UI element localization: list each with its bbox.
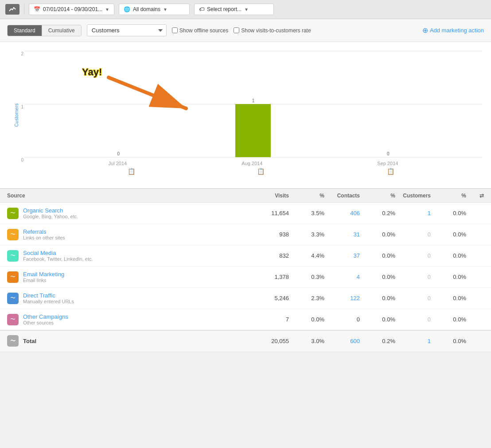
visits-pct-1: 3.3% bbox=[289, 231, 324, 238]
contacts-pct-5: 0.0% bbox=[360, 316, 395, 323]
grid-label-2: 2 bbox=[11, 51, 23, 56]
visits-5: 7 bbox=[131, 316, 289, 323]
source-cell-5: 〜 Other Campaigns Other sources bbox=[7, 313, 131, 325]
bar-rect-aug[interactable] bbox=[235, 104, 271, 157]
source-cell-3: 〜 Email Marketing Email links bbox=[7, 271, 131, 283]
visits-2: 832 bbox=[131, 252, 289, 259]
contacts-1[interactable]: 31 bbox=[324, 231, 360, 238]
table-row: 〜 Organic Search Google, Bing, Yahoo, et… bbox=[0, 203, 491, 224]
bar-label-aug: 1 bbox=[252, 98, 255, 103]
source-icon-1: 〜 bbox=[7, 229, 19, 240]
source-cell-2: 〜 Social Media Facebook, Twitter, Linked… bbox=[7, 250, 131, 262]
source-desc-4: Manually entered URLs bbox=[23, 299, 74, 304]
offline-sources-checkbox[interactable]: Show offline sources bbox=[172, 27, 229, 34]
source-name-5[interactable]: Other Campaigns bbox=[23, 313, 68, 320]
total-customers-pct: 0.0% bbox=[431, 338, 466, 344]
customers-2: 0 bbox=[395, 252, 431, 259]
visits-rate-input[interactable] bbox=[234, 27, 239, 33]
contacts-0[interactable]: 406 bbox=[324, 210, 360, 216]
source-info-2: Social Media Facebook, Twitter, LinkedIn… bbox=[23, 250, 93, 262]
source-info-1: Referrals Links on other sites bbox=[23, 228, 65, 240]
source-desc-5: Other sources bbox=[23, 320, 68, 325]
visits-0: 11,654 bbox=[131, 210, 289, 216]
total-contacts[interactable]: 600 bbox=[324, 338, 360, 344]
contacts-pct-4: 0.0% bbox=[360, 295, 395, 301]
domain-selector[interactable]: 🌐 All domains ▼ bbox=[119, 4, 190, 15]
add-action-label: Add marketing action bbox=[430, 27, 484, 34]
chevron-down-icon: ▼ bbox=[105, 7, 109, 12]
customers-3: 0 bbox=[395, 274, 431, 280]
chart-bars: 0 1 0 bbox=[24, 51, 482, 157]
source-name-0[interactable]: Organic Search bbox=[23, 207, 78, 214]
source-desc-2: Facebook, Twitter, LinkedIn, etc. bbox=[23, 256, 93, 262]
x-label-sep: Sep 2014 bbox=[377, 161, 398, 166]
visits-pct-3: 0.3% bbox=[289, 274, 324, 280]
x-label-jul: Jul 2014 bbox=[109, 161, 127, 166]
table-row: 〜 Email Marketing Email links 1,378 0.3%… bbox=[0, 266, 491, 288]
bar-aug: 1 bbox=[235, 98, 271, 157]
contacts-pct-1: 0.0% bbox=[360, 231, 395, 238]
customers-5: 0 bbox=[395, 316, 431, 323]
calendar-icon-aug[interactable]: 📋 bbox=[257, 168, 265, 175]
visits-4: 5,246 bbox=[131, 295, 289, 301]
customers-0[interactable]: 1 bbox=[395, 210, 431, 216]
tag-icon: 🏷 bbox=[199, 6, 204, 12]
calendar-icon-jul[interactable]: 📋 bbox=[128, 168, 135, 175]
total-customers[interactable]: 1 bbox=[395, 338, 431, 344]
source-cell-0: 〜 Organic Search Google, Bing, Yahoo, et… bbox=[7, 207, 131, 219]
source-name-2[interactable]: Social Media bbox=[23, 250, 93, 256]
customers-pct-1: 0.0% bbox=[431, 231, 466, 238]
date-range-picker[interactable]: 📅 07/01/2014 - 09/30/201... ▼ bbox=[29, 4, 114, 15]
source-info-3: Email Marketing Email links bbox=[23, 271, 64, 283]
th-visits[interactable]: Visits bbox=[131, 193, 289, 199]
visits-pct-5: 0.0% bbox=[289, 316, 324, 323]
source-name-4[interactable]: Direct Traffic bbox=[23, 292, 74, 299]
visits-rate-checkbox[interactable]: Show visits-to-customers rate bbox=[234, 27, 311, 34]
contacts-2[interactable]: 37 bbox=[324, 252, 360, 259]
source-name-1[interactable]: Referrals bbox=[23, 228, 65, 235]
report-selector[interactable]: 🏷 Select report... ▼ bbox=[194, 4, 274, 15]
chart-area: Customers 2 1 0 0 bbox=[0, 42, 491, 188]
data-table: Source Visits % Contacts % Customers % ⇄… bbox=[0, 188, 491, 351]
customers-4: 0 bbox=[395, 295, 431, 301]
th-sort[interactable]: ⇄ bbox=[466, 193, 484, 199]
controls-bar: Standard Cumulative Customers Show offli… bbox=[0, 19, 491, 42]
total-visits: 20,055 bbox=[131, 338, 289, 344]
calendar-icon-sep[interactable]: 📋 bbox=[387, 168, 394, 175]
add-marketing-action-button[interactable]: ⊕ Add marketing action bbox=[422, 26, 484, 35]
th-customers[interactable]: Customers bbox=[395, 193, 431, 199]
customers-pct-2: 0.0% bbox=[431, 252, 466, 259]
tab-standard[interactable]: Standard bbox=[8, 25, 42, 36]
total-source-cell: 〜 Total bbox=[7, 335, 131, 347]
table-header-row: Source Visits % Contacts % Customers % ⇄ bbox=[0, 189, 491, 203]
x-label-aug: Aug 2014 bbox=[242, 161, 262, 166]
source-name-3[interactable]: Email Marketing bbox=[23, 271, 64, 278]
main-content: Standard Cumulative Customers Show offli… bbox=[0, 19, 491, 351]
source-desc-1: Links on other sites bbox=[23, 235, 65, 240]
contacts-4[interactable]: 122 bbox=[324, 295, 360, 301]
visits-pct-2: 4.4% bbox=[289, 252, 324, 259]
x-axis: Jul 2014 Aug 2014 Sep 2014 bbox=[24, 161, 482, 166]
logo-button[interactable] bbox=[5, 4, 19, 15]
contacts-3[interactable]: 4 bbox=[324, 274, 360, 280]
view-tab-group: Standard Cumulative bbox=[7, 25, 82, 36]
visits-pct-4: 2.3% bbox=[289, 295, 324, 301]
table-row: 〜 Referrals Links on other sites 938 3.3… bbox=[0, 224, 491, 245]
tab-cumulative[interactable]: Cumulative bbox=[42, 25, 81, 36]
sort-icon: ⇄ bbox=[479, 193, 484, 199]
metric-selector[interactable]: Customers bbox=[87, 24, 167, 36]
offline-sources-input[interactable] bbox=[172, 27, 178, 33]
source-icon-3: 〜 bbox=[7, 271, 19, 283]
plus-icon: ⊕ bbox=[422, 26, 428, 35]
bar-jul: 0 bbox=[101, 151, 136, 157]
th-contacts[interactable]: Contacts bbox=[324, 193, 360, 199]
visits-rate-label: Show visits-to-customers rate bbox=[241, 27, 311, 34]
contacts-pct-0: 0.2% bbox=[360, 210, 395, 216]
customers-pct-0: 0.0% bbox=[431, 210, 466, 216]
visits-1: 938 bbox=[131, 231, 289, 238]
total-visits-pct: 3.0% bbox=[289, 338, 324, 344]
visits-3: 1,378 bbox=[131, 274, 289, 280]
customers-pct-3: 0.0% bbox=[431, 274, 466, 280]
top-toolbar: 📅 07/01/2014 - 09/30/201... ▼ 🌐 All doma… bbox=[0, 0, 491, 19]
source-info-4: Direct Traffic Manually entered URLs bbox=[23, 292, 74, 304]
